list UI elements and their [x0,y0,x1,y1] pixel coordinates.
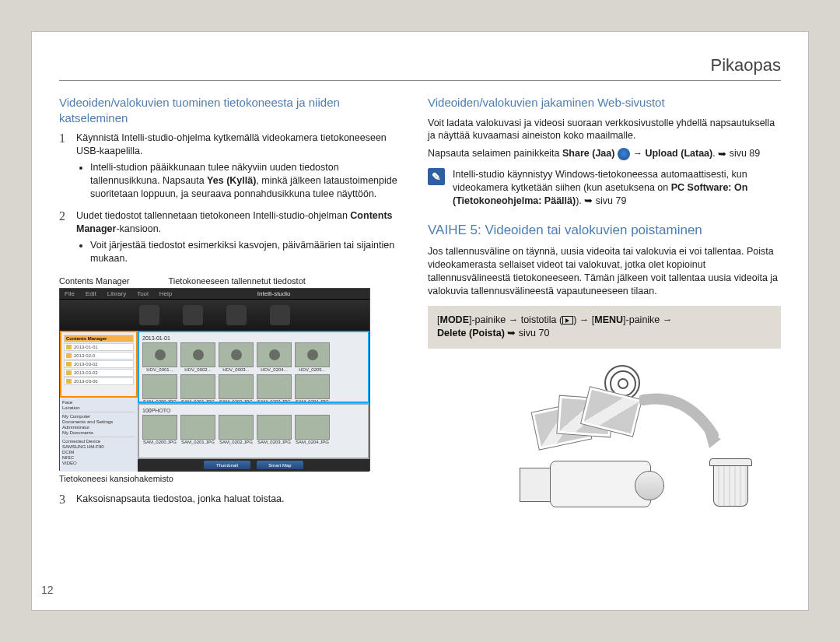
globe-share-icon [618,148,630,160]
tree-item: My Documents [62,430,135,435]
page-ref-arrow-icon [507,327,516,341]
date-row: 2013-03-02 [64,360,134,368]
heading-share: Videoiden/valokuvien jakaminen Web-sivus… [428,95,781,111]
share-paragraph-1: Voit ladata valokuvasi ja videosi suoraa… [428,117,781,143]
step-text-after: -kansioon. [116,223,161,234]
heading-import: Videoiden/valokuvien tuominen tietokonee… [59,95,409,125]
mode-instruction-box: [MODE]-painike → toistotila () → [MENU]-… [428,306,781,349]
photo-thumb [295,374,330,399]
photo-thumb [142,415,177,440]
smartmap-button: Smart Map [257,461,303,469]
menu-item: File [65,290,75,297]
video-thumb [295,342,330,367]
info-note: ✎ Intelli-studio käynnistyy Windows-tiet… [428,168,781,208]
bold-yes: Yes (Kyllä) [207,175,256,186]
caption-folder-directory: Tietokoneesi kansiohakemisto [59,474,409,483]
video-thumb [219,342,254,367]
folder-files-panel: 100PHOTO SAM_0200.JPG SAM_0201.JPG SAM_0… [138,403,369,459]
camcorder-icon [550,461,651,507]
contents-manager-header: Contents Manager [64,335,134,342]
app-body: Contents Manager 2013-01-01 2013-02-0 20… [60,331,369,472]
folder-icon [66,379,72,384]
photo-thumb [180,415,215,440]
step-body: Käynnistä Intelli-studio-ohjelma kytkemä… [76,132,409,203]
step-bullet: Voit järjestää tiedostot esimerkiksi kas… [90,239,409,265]
left-column: Videoiden/valokuvien tuominen tietokonee… [59,95,409,517]
share-icon [270,305,290,325]
video-thumb [142,342,177,367]
step-number: 3 [59,493,76,507]
tree-item: Location [62,405,135,410]
page-header: Pikaopas [59,55,781,81]
screenshot-captions-top: Contents Manager Tietokoneeseen tallenne… [59,276,409,286]
tree-item: Documents and Settings [62,419,135,424]
tree-item: Connected Device [62,439,135,444]
delete-illustration [441,361,768,517]
section-label: 100PHOTO [142,408,365,413]
photo-thumb [142,374,177,399]
tree-item: My Computer [62,414,135,419]
caption-saved-files: Tietokoneeseen tallennetut tiedostot [169,276,306,286]
step-text-before: Uudet tiedostot tallennetaan tietokoneen… [76,210,350,221]
note-icon: ✎ [428,168,445,185]
date-row: 2013-02-0 [64,352,134,360]
app-main: 2013-01-01 HDV_0001... HDV_0002... HDV_0… [138,331,369,472]
date-row: 2013-03-03 [64,369,134,377]
menu-item: Edit [86,290,96,297]
tree-item: DCIM [62,450,135,454]
photo-thumb [257,415,292,440]
photo-thumb [180,374,215,399]
menu-item: Tool [137,290,149,297]
page-title: Pikaopas [710,55,781,75]
photo-thumb [219,415,254,440]
library-icon [139,305,159,325]
heading-step5: VAIHE 5: Videoiden tai valokuvien poista… [428,222,781,239]
photo-thumb [295,415,330,440]
curved-arrow-icon [639,392,725,454]
folder-icon [66,362,72,367]
caption-contents-manager: Contents Manager [59,276,130,286]
app-menubar: File Edit Library Tool Help Intelli-stud… [60,289,369,300]
date-row: 2013-03-06 [64,377,134,385]
section-date: 2013-01-01 [142,335,365,341]
tree-item: VIDEO [62,461,135,465]
right-column: Videoiden/valokuvien jakaminen Web-sivus… [428,95,781,517]
step-3: 3 Kaksoisnapsauta tiedostoa, jonka halua… [59,493,409,507]
app-title: Intelli-studio [257,290,291,297]
date-row: 2013-01-01 [64,343,134,351]
menu-item: Library [107,290,126,297]
trash-can-icon [709,458,752,509]
app-sidebar: Contents Manager 2013-01-01 2013-02-0 20… [60,331,138,472]
step-2: 2 Uudet tiedostot tallennetaan tietokone… [59,209,409,268]
folder-icon [66,353,72,358]
saved-files-panel: 2013-01-01 HDV_0001... HDV_0002... HDV_0… [138,331,369,403]
movie-edit-icon [226,305,247,325]
app-bottombar: Thumbnail Smart Map [138,459,369,472]
photo-thumb [219,374,254,399]
step-body: Uudet tiedostot tallennetaan tietokoneen… [76,209,409,268]
step5-paragraph: Jos tallennusväline on täynnä, uusia vid… [428,245,781,298]
tree-item: Face [62,400,135,405]
app-toolbar [60,300,369,331]
folder-icon [66,370,72,375]
tree-item: MISC [62,455,135,460]
tree-item: SAMSUNG HM-F90 [62,444,135,449]
page-ref-arrow-icon [718,148,726,161]
folder-icon [66,345,72,349]
video-thumb [180,342,215,367]
tree-item: Administrator [62,425,135,430]
step-text: Kaksoisnapsauta tiedostoa, jonka haluat … [76,493,409,507]
video-thumb [257,342,292,367]
menu-item: Help [159,290,172,297]
photo-thumb [257,374,292,399]
contents-manager-panel: Contents Manager 2013-01-01 2013-02-0 20… [60,331,138,398]
step-number: 1 [59,132,76,203]
play-mode-icon [562,316,573,325]
photo-edit-icon [183,305,203,325]
step-1: 1 Käynnistä Intelli-studio-ohjelma kytke… [59,132,409,203]
photo-stack-icon [534,392,628,454]
folder-tree: Face Location My Computer Documents and … [60,398,138,468]
share-paragraph-2: Napsauta selaimen painikkeita Share (Jaa… [428,147,781,160]
note-text: Intelli-studio käynnistyy Windows-tietok… [453,168,781,208]
step-text: Käynnistä Intelli-studio-ohjelma kytkemä… [76,132,387,156]
